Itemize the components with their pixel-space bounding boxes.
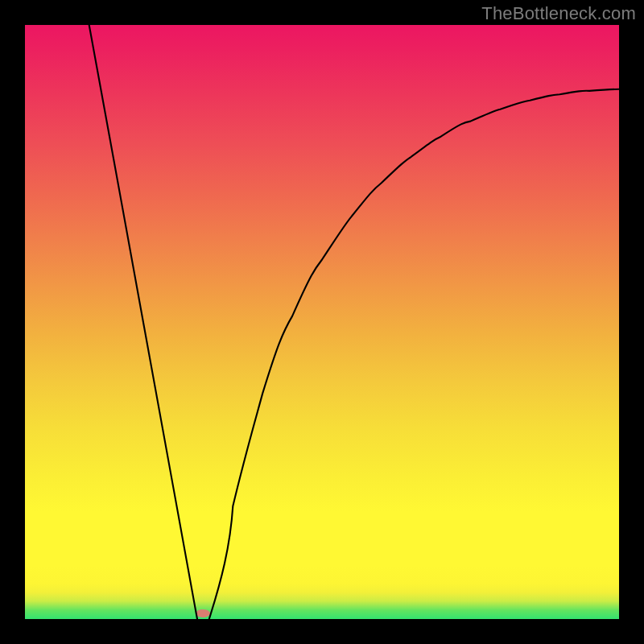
curve-right-branch [209, 89, 619, 619]
plot-area [25, 25, 619, 619]
figure-frame: TheBottleneck.com [0, 0, 644, 644]
watermark-text: TheBottleneck.com [481, 3, 636, 24]
curve-left-branch [89, 25, 197, 619]
bottleneck-curve [25, 25, 619, 619]
